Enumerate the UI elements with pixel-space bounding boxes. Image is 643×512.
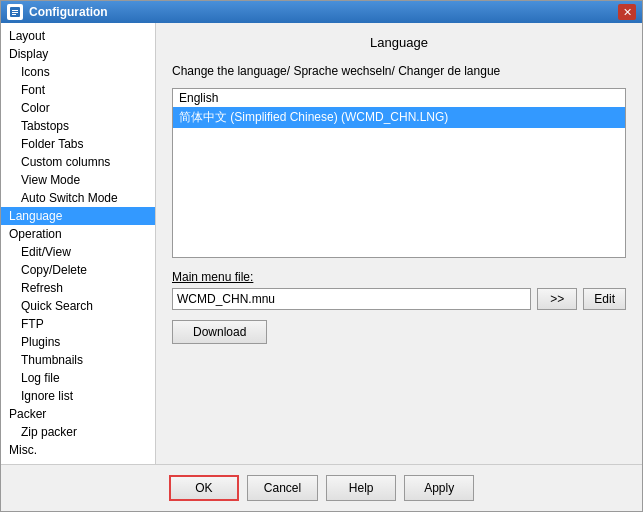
sidebar-item-plugins[interactable]: Plugins bbox=[1, 333, 155, 351]
panel-title: Language bbox=[172, 35, 626, 50]
title-bar: Configuration ✕ bbox=[1, 1, 642, 23]
arrow-button[interactable]: >> bbox=[537, 288, 577, 310]
configuration-window: Configuration ✕ LayoutDisplayIconsFontCo… bbox=[0, 0, 643, 512]
apply-button[interactable]: Apply bbox=[404, 475, 474, 501]
sidebar-item-font[interactable]: Font bbox=[1, 81, 155, 99]
sidebar-item-operation[interactable]: Operation bbox=[1, 225, 155, 243]
download-row: Download bbox=[172, 320, 626, 344]
edit-button[interactable]: Edit bbox=[583, 288, 626, 310]
sidebar-item-display[interactable]: Display bbox=[1, 45, 155, 63]
sidebar-item-icons[interactable]: Icons bbox=[1, 63, 155, 81]
svg-rect-3 bbox=[12, 14, 16, 15]
sidebar-item-misc-[interactable]: Misc. bbox=[1, 441, 155, 459]
sidebar-item-view-mode[interactable]: View Mode bbox=[1, 171, 155, 189]
sidebar-item-ignore-list[interactable]: Ignore list bbox=[1, 387, 155, 405]
sidebar-item-quick-search[interactable]: Quick Search bbox=[1, 297, 155, 315]
download-button[interactable]: Download bbox=[172, 320, 267, 344]
main-panel: Language Change the language/ Sprache we… bbox=[156, 23, 642, 464]
sidebar-item-thumbnails[interactable]: Thumbnails bbox=[1, 351, 155, 369]
ok-button[interactable]: OK bbox=[169, 475, 239, 501]
sidebar-item-layout[interactable]: Layout bbox=[1, 27, 155, 45]
close-button[interactable]: ✕ bbox=[618, 4, 636, 20]
sidebar: LayoutDisplayIconsFontColorTabstopsFolde… bbox=[1, 23, 156, 464]
window-title: Configuration bbox=[29, 5, 618, 19]
menu-file-row: >> Edit bbox=[172, 288, 626, 310]
sidebar-item-tabstops[interactable]: Tabstops bbox=[1, 117, 155, 135]
cancel-button[interactable]: Cancel bbox=[247, 475, 318, 501]
sidebar-item-log-file[interactable]: Log file bbox=[1, 369, 155, 387]
sidebar-item-refresh[interactable]: Refresh bbox=[1, 279, 155, 297]
sidebar-item-language[interactable]: Language bbox=[1, 207, 155, 225]
sidebar-item-packer[interactable]: Packer bbox=[1, 405, 155, 423]
menu-file-section: Main menu file: >> Edit bbox=[172, 270, 626, 310]
sidebar-item-color[interactable]: Color bbox=[1, 99, 155, 117]
sidebar-item-ftp[interactable]: FTP bbox=[1, 315, 155, 333]
sidebar-item-edit-view[interactable]: Edit/View bbox=[1, 243, 155, 261]
svg-rect-2 bbox=[12, 12, 18, 13]
footer: OK Cancel Help Apply bbox=[1, 464, 642, 511]
language-item[interactable]: 简体中文 (Simplified Chinese) (WCMD_CHN.LNG) bbox=[173, 107, 625, 128]
language-list[interactable]: English简体中文 (Simplified Chinese) (WCMD_C… bbox=[172, 88, 626, 258]
sidebar-item-copy-delete[interactable]: Copy/Delete bbox=[1, 261, 155, 279]
menu-file-input[interactable] bbox=[172, 288, 531, 310]
sidebar-item-folder-tabs[interactable]: Folder Tabs bbox=[1, 135, 155, 153]
sidebar-item-custom-columns[interactable]: Custom columns bbox=[1, 153, 155, 171]
content-area: LayoutDisplayIconsFontColorTabstopsFolde… bbox=[1, 23, 642, 464]
language-item[interactable]: English bbox=[173, 89, 625, 107]
sidebar-item-zip-packer[interactable]: Zip packer bbox=[1, 423, 155, 441]
help-button[interactable]: Help bbox=[326, 475, 396, 501]
panel-description: Change the language/ Sprache wechseln/ C… bbox=[172, 64, 626, 78]
window-icon bbox=[7, 4, 23, 20]
svg-rect-1 bbox=[12, 10, 18, 11]
menu-file-label: Main menu file: bbox=[172, 270, 626, 284]
sidebar-item-auto-switch-mode[interactable]: Auto Switch Mode bbox=[1, 189, 155, 207]
